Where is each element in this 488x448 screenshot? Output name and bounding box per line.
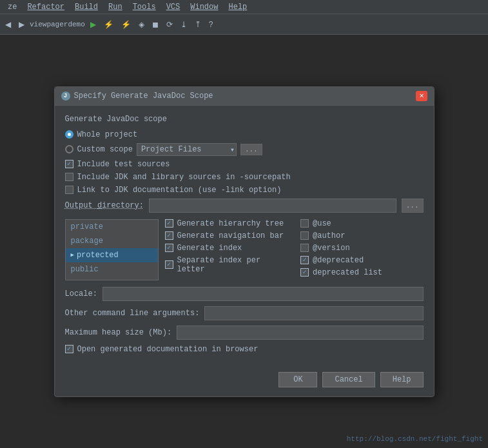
custom-scope-radio[interactable] bbox=[65, 145, 73, 153]
middle-section: private package protected public Generat… bbox=[65, 219, 424, 280]
dialog-title-text: Specify Generate JavaDoc Scope bbox=[74, 92, 213, 101]
scope-browse-button[interactable]: ... bbox=[240, 144, 262, 155]
locale-label: Locale: bbox=[65, 289, 97, 298]
deprecated-label: @deprecated bbox=[313, 256, 364, 265]
generate-index-checkbox[interactable] bbox=[165, 244, 173, 252]
deprecated-list-label: deprecated list bbox=[313, 268, 382, 277]
whole-project-radio-row[interactable]: Whole project bbox=[65, 130, 424, 139]
menu-ze[interactable]: ze bbox=[3, 3, 22, 12]
sync-button[interactable]: ⟳ bbox=[164, 19, 175, 30]
open-browser-label: Open generated documentation in browser bbox=[77, 345, 259, 354]
other-args-label: Other command line arguments: bbox=[65, 309, 200, 318]
nav-bar-checkbox[interactable] bbox=[165, 231, 173, 240]
include-jdk-label: Include JDK and library sources in -sour… bbox=[77, 173, 291, 182]
hierarchy-tree-checkbox[interactable] bbox=[165, 219, 173, 228]
locale-input[interactable] bbox=[102, 287, 424, 301]
option-generate-index[interactable]: Generate index bbox=[165, 244, 288, 253]
dialog-footer: OK Cancel Help bbox=[55, 367, 434, 396]
version-label: @version bbox=[313, 244, 350, 253]
visibility-public[interactable]: public bbox=[66, 262, 158, 277]
output-dir-browse-button[interactable]: ... bbox=[402, 199, 424, 213]
option-use[interactable]: @use bbox=[300, 219, 424, 228]
option-author[interactable]: @author bbox=[300, 231, 424, 240]
scope-select[interactable]: Project Files bbox=[137, 143, 237, 156]
project-name: viewpagerdemo bbox=[30, 21, 85, 28]
link-jdk-checkbox[interactable] bbox=[65, 186, 73, 194]
menu-window[interactable]: Window bbox=[185, 3, 223, 12]
custom-scope-row: Custom scope Project Files ... bbox=[65, 143, 424, 156]
watermark: http://blog.csdn.net/fight_fight bbox=[347, 435, 483, 443]
run-button[interactable]: ▶ bbox=[88, 19, 99, 30]
separate-index-label: Separate index per letter bbox=[177, 256, 288, 274]
include-test-row[interactable]: Include test sources bbox=[65, 160, 424, 169]
visibility-private[interactable]: private bbox=[66, 220, 158, 234]
output-dir-input[interactable] bbox=[149, 199, 396, 213]
menu-build[interactable]: Build bbox=[70, 3, 103, 12]
menu-vcs[interactable]: VCS bbox=[161, 3, 186, 12]
max-heap-input[interactable] bbox=[177, 326, 423, 340]
ok-button[interactable]: OK bbox=[278, 372, 317, 387]
menubar: ze Refactor Build Run Tools VCS Window H… bbox=[0, 0, 488, 14]
option-nav-bar[interactable]: Generate navigation bar bbox=[165, 231, 288, 240]
profile-button[interactable]: ◈ bbox=[136, 19, 147, 30]
menu-run[interactable]: Run bbox=[103, 3, 128, 12]
section-label: Generate JavaDoc scope bbox=[65, 115, 424, 124]
dialog: J Specify Generate JavaDoc Scope ✕ Gener… bbox=[54, 86, 434, 397]
use-label: @use bbox=[313, 219, 331, 228]
debug-button[interactable]: ⚡ bbox=[101, 19, 116, 30]
help-dialog-button[interactable]: Help bbox=[380, 372, 424, 387]
coverage-button[interactable]: ⚡ bbox=[119, 19, 133, 30]
other-args-input[interactable] bbox=[204, 306, 423, 320]
deprecated-list-checkbox[interactable] bbox=[300, 268, 309, 277]
max-heap-label: Maximum heap size (Mb): bbox=[65, 328, 172, 337]
version-checkbox[interactable] bbox=[300, 244, 309, 252]
open-browser-checkbox[interactable] bbox=[65, 345, 73, 353]
menu-help[interactable]: Help bbox=[223, 3, 252, 12]
scope-select-wrapper: Project Files bbox=[137, 143, 237, 156]
hierarchy-tree-label: Generate hierarchy tree bbox=[177, 219, 284, 228]
author-checkbox[interactable] bbox=[300, 231, 309, 240]
option-deprecated-list[interactable]: deprecated list bbox=[300, 268, 424, 277]
include-jdk-checkbox[interactable] bbox=[65, 173, 73, 181]
build-stop-button[interactable]: ◼ bbox=[150, 19, 161, 30]
upload-button[interactable]: ⤒ bbox=[192, 19, 204, 30]
visibility-protected[interactable]: protected bbox=[66, 248, 158, 262]
separate-index-checkbox[interactable] bbox=[165, 260, 173, 269]
dialog-body: Generate JavaDoc scope Whole project Cus… bbox=[55, 106, 434, 367]
max-heap-row: Maximum heap size (Mb): bbox=[65, 326, 424, 340]
dialog-icon: J bbox=[61, 92, 70, 101]
deprecated-checkbox[interactable] bbox=[300, 256, 309, 264]
author-label: @author bbox=[313, 231, 345, 240]
menu-refactor[interactable]: Refactor bbox=[22, 3, 70, 12]
dialog-overlay: J Specify Generate JavaDoc Scope ✕ Gener… bbox=[0, 35, 488, 448]
visibility-package[interactable]: package bbox=[66, 234, 158, 248]
output-dir-row: Output directory: ... bbox=[65, 199, 424, 213]
open-browser-row[interactable]: Open generated documentation in browser bbox=[65, 345, 424, 354]
download-button[interactable]: ⤓ bbox=[178, 19, 190, 30]
locale-row: Locale: bbox=[65, 287, 424, 301]
cancel-button[interactable]: Cancel bbox=[322, 372, 375, 387]
include-test-checkbox[interactable] bbox=[65, 160, 73, 168]
help-button[interactable]: ? bbox=[206, 19, 216, 30]
whole-project-label: Whole project bbox=[77, 130, 138, 139]
dialog-titlebar: J Specify Generate JavaDoc Scope ✕ bbox=[55, 87, 434, 106]
close-button[interactable]: ✕ bbox=[416, 91, 427, 101]
whole-project-radio[interactable] bbox=[65, 130, 73, 139]
include-jdk-row[interactable]: Include JDK and library sources in -sour… bbox=[65, 173, 424, 182]
link-jdk-row[interactable]: Link to JDK documentation (use -link opt… bbox=[65, 186, 424, 195]
menu-tools[interactable]: Tools bbox=[128, 3, 161, 12]
option-hierarchy-tree[interactable]: Generate hierarchy tree bbox=[165, 219, 288, 228]
option-separate-index[interactable]: Separate index per letter bbox=[165, 256, 288, 274]
include-test-label: Include test sources bbox=[77, 160, 170, 169]
output-dir-label: Output directory: bbox=[65, 201, 144, 210]
options-left-col: Generate hierarchy tree Generate navigat… bbox=[165, 219, 288, 280]
forward-button[interactable]: ▶ bbox=[16, 19, 27, 30]
custom-scope-label: Custom scope bbox=[77, 145, 133, 154]
option-deprecated[interactable]: @deprecated bbox=[300, 256, 424, 265]
generate-index-label: Generate index bbox=[177, 244, 242, 253]
use-checkbox[interactable] bbox=[300, 219, 309, 228]
back-button[interactable]: ◀ bbox=[3, 19, 14, 30]
options-right-col: @use @author @version bbox=[300, 219, 424, 280]
option-version[interactable]: @version bbox=[300, 244, 424, 253]
nav-bar-label: Generate navigation bar bbox=[177, 231, 284, 240]
